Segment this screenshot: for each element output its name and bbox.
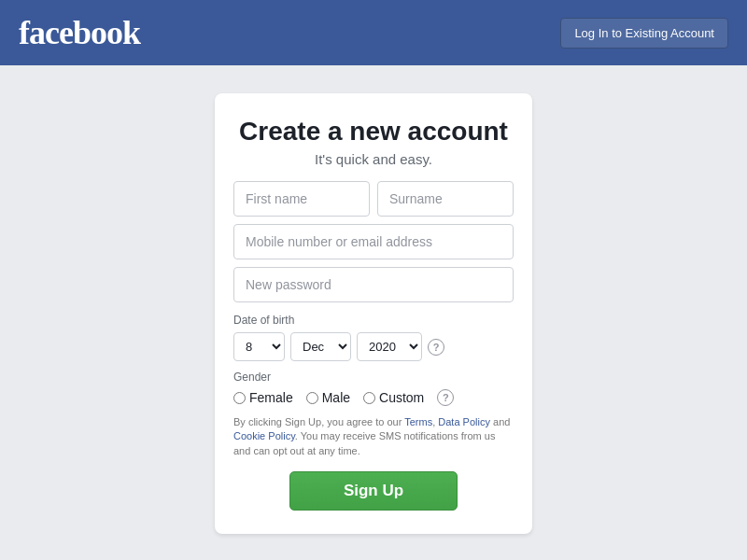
gender-label: Gender xyxy=(233,371,514,384)
dob-row: 8 12345 67910 1112131415 1617181920 2122… xyxy=(233,332,514,361)
email-input[interactable] xyxy=(233,224,514,259)
gender-male-radio[interactable] xyxy=(306,392,318,404)
cookie-policy-link[interactable]: Cookie Policy xyxy=(233,430,295,441)
gender-row: Female Male Custom ? xyxy=(233,389,514,406)
gender-male-option[interactable]: Male xyxy=(306,390,350,405)
first-name-input[interactable] xyxy=(233,181,370,217)
dob-month-select[interactable]: Dec JanFebMarApr MayJunJulAug SepOctNov xyxy=(290,332,351,361)
header: facebook Log In to Existing Account xyxy=(0,0,747,65)
gender-female-label: Female xyxy=(249,390,293,405)
dob-label: Date of birth xyxy=(233,314,514,327)
login-button[interactable]: Log In to Existing Account xyxy=(560,18,728,49)
signup-button[interactable]: Sign Up xyxy=(289,471,458,511)
surname-input[interactable] xyxy=(377,181,514,217)
terms-text: By clicking Sign Up, you agree to our Te… xyxy=(233,415,514,458)
gender-custom-radio[interactable] xyxy=(363,392,375,404)
name-row xyxy=(233,181,514,217)
gender-male-label: Male xyxy=(322,390,350,405)
gender-help-icon[interactable]: ? xyxy=(437,389,454,406)
page-title: Create a new account xyxy=(233,117,514,147)
gender-custom-option[interactable]: Custom xyxy=(363,390,424,405)
signup-form-container: Create a new account It's quick and easy… xyxy=(215,93,532,534)
page-subtitle: It's quick and easy. xyxy=(233,151,514,167)
terms-link[interactable]: Terms xyxy=(404,416,432,427)
gender-female-option[interactable]: Female xyxy=(233,390,293,405)
data-policy-link[interactable]: Data Policy xyxy=(438,416,490,427)
gender-custom-label: Custom xyxy=(379,390,424,405)
facebook-logo: facebook xyxy=(19,13,140,52)
gender-female-radio[interactable] xyxy=(233,392,246,404)
dob-help-icon[interactable]: ? xyxy=(428,339,444,356)
password-input[interactable] xyxy=(233,267,514,302)
main-content: Create a new account It's quick and easy… xyxy=(0,65,747,534)
dob-day-select[interactable]: 8 12345 67910 1112131415 1617181920 2122… xyxy=(233,332,285,361)
dob-year-select[interactable]: 2020 2019201820172016 2015201020052000 1… xyxy=(357,332,422,361)
